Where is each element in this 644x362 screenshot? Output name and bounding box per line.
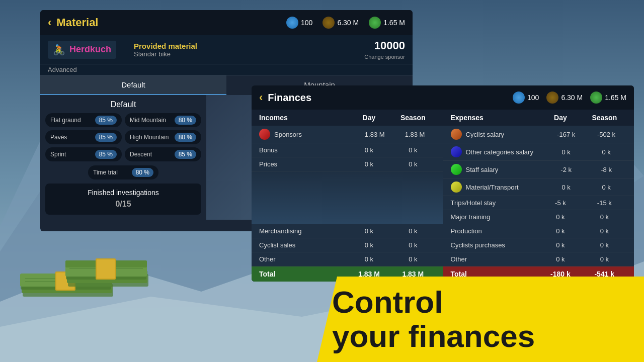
income-other-day: 0 k	[347, 255, 391, 263]
expense-row-training: Major training 0 k 0 k	[443, 210, 634, 224]
bottom-banner-line1: Control	[332, 285, 629, 319]
income-panel: Incomes Day Season Sponsors 1.83 M 1.83 …	[252, 110, 443, 282]
income-row-prices: Prices 0 k 0 k	[252, 157, 443, 171]
expense-other-day: 0 k	[538, 255, 582, 263]
stat-flat-label: Flat graund	[50, 117, 81, 124]
stat-mid-mountain: Mid Mountain 80 %	[125, 113, 201, 127]
stat-paves-value: 85 %	[95, 133, 117, 142]
income-bonus-season: 0 k	[391, 146, 435, 154]
expense-row-material: Material/Transport 0 k 0 k	[443, 178, 634, 196]
income-sponsors-label: Sponsors	[274, 131, 355, 138]
expense-staff-label: Staff salary	[466, 166, 546, 173]
change-sponsor-label[interactable]: Change sponsor	[364, 54, 405, 60]
expense-row-other-cat: Other categories salary 0 k 0 k	[443, 143, 634, 161]
stat-sprint: Sprint 85 %	[45, 147, 122, 161]
expense-production-season: 0 k	[583, 227, 626, 235]
fin-money-stat: 1.65 M	[590, 92, 626, 104]
expense-cyclist-salary-season: -502 k	[586, 131, 626, 138]
expense-header-day: Day	[538, 114, 582, 122]
expense-material-day: 0 k	[546, 184, 586, 191]
bag-icon	[323, 17, 335, 29]
income-total-label: Total	[259, 270, 347, 278]
expense-trips-label: Trips/Hotel stay	[451, 199, 539, 207]
income-other-season: 0 k	[391, 255, 435, 263]
stat-mid-value: 80 %	[175, 116, 196, 125]
expense-cyclist-purchases-label: Cyclists purchases	[451, 241, 539, 249]
money-stack-illustration	[10, 221, 151, 302]
income-merch-label: Merchandising	[259, 227, 347, 235]
default-header: Default	[45, 100, 201, 109]
expense-header-season: Season	[583, 114, 626, 122]
material-back-button[interactable]: ‹	[48, 16, 51, 29]
income-prices-season: 0 k	[391, 160, 435, 168]
default-panel: Default Flat graund 85 % Mid Mountain 80…	[40, 95, 206, 220]
income-prices-day: 0 k	[347, 160, 391, 168]
material-top-stats: 100 6.30 M 1.65 M	[286, 17, 405, 29]
sponsor-icon	[259, 129, 270, 140]
material-titlebar: ‹ Material 100 6.30 M 1.65 M	[40, 10, 413, 35]
stat-flat-graund: Flat graund 85 %	[45, 113, 122, 127]
stat-timetrial-label: Time trial	[93, 169, 118, 176]
stat-flat-value: 85 %	[95, 116, 117, 125]
income-prices-label: Prices	[259, 160, 347, 168]
cyclist-salary-icon	[451, 129, 462, 140]
bottom-banner: Control your finances	[317, 277, 644, 362]
finances-top-stats: 100 6.30 M 1.65 M	[513, 92, 626, 104]
provided-material-section: Provided material Standar bike	[134, 42, 197, 58]
stat-high-label: High Mountain	[130, 134, 169, 141]
income-cyclist-sales-label: Cyclist sales	[259, 241, 347, 249]
sponsor-amount: 10000	[374, 39, 405, 52]
expense-cyclist-purchases-day: 0 k	[538, 241, 582, 249]
expense-trips-day: -5 k	[538, 199, 582, 207]
material-title: Material	[56, 16, 98, 29]
money-value: 1.65 M	[383, 19, 405, 27]
finances-titlebar: ‹ Finances 100 6.30 M 1.65 M	[252, 85, 634, 110]
expense-staff-season: -8 k	[586, 166, 626, 173]
bike-type: Standar bike	[134, 50, 197, 58]
income-cyclist-sales-day: 0 k	[347, 241, 391, 249]
finished-investigations-total: /15	[120, 200, 131, 208]
rider-bar: 🚴 Herdkuch Provided material Standar bik…	[40, 35, 413, 64]
expense-row-production: Production 0 k 0 k	[443, 224, 634, 238]
stat-mid-label: Mid Mountain	[130, 117, 166, 124]
stat-high-mountain: High Mountain 80 %	[125, 130, 201, 144]
money-stat: 1.65 M	[369, 17, 405, 29]
fin-bag-stat: 6.30 M	[546, 92, 583, 104]
expense-training-label: Major training	[451, 213, 539, 221]
stat-high-value: 80 %	[175, 133, 196, 142]
expense-material-season: 0 k	[586, 184, 626, 191]
stat-paves: Pavés 85 %	[45, 130, 122, 144]
expense-other-cat-label: Other categories salary	[466, 148, 546, 156]
globe-stat: 100	[286, 17, 312, 29]
expense-cyclist-salary-day: -167 k	[546, 131, 586, 138]
income-header: Incomes Day Season	[252, 110, 443, 126]
finished-investigations-box: Finished investigations 0/15	[45, 184, 201, 215]
provided-label: Provided material	[134, 42, 197, 50]
finances-back-button[interactable]: ‹	[259, 91, 263, 104]
income-row-other: Other 0 k 0 k	[252, 252, 443, 266]
expense-header-title: Expenses	[451, 114, 539, 122]
expense-other-season: 0 k	[583, 255, 626, 263]
expense-row-cyclist-purchases: Cyclists purchases 0 k 0 k	[443, 238, 634, 252]
income-merch-season: 0 k	[391, 227, 435, 235]
income-header-day: Day	[347, 114, 391, 122]
expense-row-staff: Staff salary -2 k -8 k	[443, 161, 634, 178]
time-trial-row: Time trial 80 %	[45, 165, 201, 179]
expense-cyclist-salary-label: Cyclist salary	[466, 131, 546, 138]
expense-production-day: 0 k	[538, 227, 582, 235]
bottom-banner-line2: your finances	[332, 319, 629, 353]
fin-money-value: 1.65 M	[605, 94, 626, 102]
rider-name: Herdkuch	[69, 44, 111, 55]
rider-icon-box: 🚴 Herdkuch	[48, 41, 116, 59]
tab-default[interactable]: Default	[40, 75, 226, 95]
finances-window: ‹ Finances 100 6.30 M 1.65 M Incomes Day…	[252, 85, 634, 282]
income-merch-day: 0 k	[347, 227, 391, 235]
expense-panel: Expenses Day Season Cyclist salary -167 …	[443, 110, 634, 282]
bag-value: 6.30 M	[337, 19, 359, 27]
expense-cyclist-purchases-season: 0 k	[583, 241, 626, 249]
rider-icon: 🚴	[53, 44, 65, 56]
finished-investigations-title: Finished investigations	[50, 189, 196, 197]
material-icon	[451, 182, 462, 193]
income-sponsors-season: 1.83 M	[395, 131, 435, 138]
income-cyclist-sales-season: 0 k	[391, 241, 435, 249]
